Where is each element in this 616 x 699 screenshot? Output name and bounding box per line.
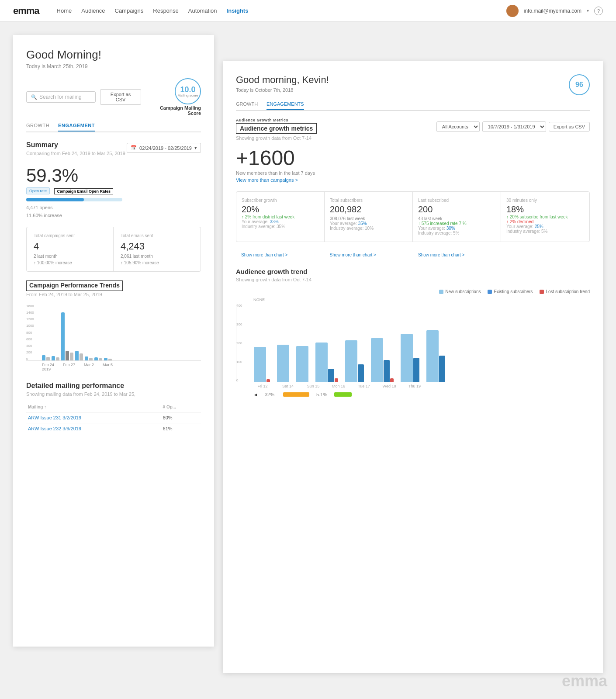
metric-cell-total: Total subscribers 200,982 308,076 last w… — [325, 192, 413, 242]
summary-sub: Comparing from Feb 24, 2019 to Mar 25, 2… — [26, 151, 125, 156]
x-label-2: Feb 27 — [63, 363, 75, 371]
date-filter[interactable]: 10/7/2019 - 1/31/2019 — [482, 121, 546, 132]
gb4-red — [335, 378, 338, 382]
bar-3-gray — [70, 353, 73, 360]
legend-existing: Existing subscribers — [488, 289, 533, 294]
mailing-score-badge: 10.0 Mailing score — [175, 78, 201, 104]
growth-y-100: 100 — [236, 360, 242, 364]
tab-engagement[interactable]: ENGAGEMENT — [58, 123, 95, 131]
bottom-col2: 5.1% — [316, 392, 327, 397]
audience-callout: Audience Growth Metrics — [236, 118, 317, 122]
export-csv-button[interactable]: Export as CSV — [100, 89, 141, 105]
help-button[interactable]: ? — [594, 7, 603, 15]
left-date: Today is March 25th, 2019 — [26, 63, 201, 69]
bar-group-4 — [75, 351, 83, 360]
progress-bar-container — [26, 198, 201, 201]
gb5-light — [345, 340, 357, 382]
metric-total-label: Total subscribers — [330, 198, 407, 203]
bar-2-gray — [56, 357, 59, 360]
chart-y-200: 200 — [26, 350, 34, 354]
big-num-link[interactable]: View more than campaigns > — [236, 177, 590, 183]
bar-6-gray — [99, 358, 102, 360]
nav-home[interactable]: Home — [57, 7, 72, 14]
progress-bar-fill — [26, 198, 84, 201]
legend-lost: Lost subscription trend — [540, 289, 590, 294]
perf-col-mailing[interactable]: Mailing ↑ — [26, 402, 161, 412]
perf-section: Detailed mailing performance Showing mai… — [26, 382, 201, 434]
perf-row-2-val: 61% — [161, 423, 201, 434]
growth-bar-2 — [277, 345, 289, 382]
perf-row-2-name[interactable]: ARW Issue 232 3/9/2019 — [26, 423, 161, 434]
metric-30min-label: 30 minutes only — [506, 198, 584, 203]
stat-cell-emails-sub2: ↑ 105.90% increase — [121, 260, 194, 265]
tab-growth[interactable]: GROWTH — [26, 123, 49, 131]
chart-y-1400: 1400 — [26, 311, 34, 315]
growth-bar-4 — [315, 343, 338, 382]
bar-7-gray — [108, 359, 112, 360]
growth-bottom-row: ◄ 32% 5.1% — [236, 392, 590, 397]
bar-2-blue — [52, 356, 55, 360]
bar-group-5 — [85, 356, 93, 360]
big-num: +1600 — [236, 148, 590, 169]
left-tabs: GROWTH ENGAGEMENT — [26, 123, 201, 132]
growth-bar-6 — [371, 338, 394, 382]
big-num-sub: New members than in the last 7 days — [236, 170, 590, 176]
growth-bar-3 — [296, 346, 308, 382]
growth-chart: 400 300 200 100 0 — [236, 304, 590, 382]
bar-group-7 — [104, 358, 112, 360]
growth-bar-5 — [345, 340, 364, 382]
big-stat: 59.3% — [26, 166, 201, 185]
perf-title: Detailed mailing performance — [26, 382, 201, 390]
date-range-picker[interactable]: 📅 02/24/2019 - 02/25/2019 ▾ — [127, 143, 201, 153]
gb7-light — [401, 334, 413, 382]
growth-x-1: Fri 12 — [253, 384, 272, 388]
gb1-light — [254, 347, 266, 382]
bar-3-blue — [61, 312, 65, 360]
nav-insights[interactable]: Insights — [227, 7, 249, 14]
metric-total-num: 200,982 — [330, 204, 407, 215]
stat-cell-emails: Total emails sent 4,243 2,061 last month… — [114, 227, 201, 271]
gb1-red — [266, 379, 270, 382]
search-box[interactable]: 🔍 Search for mailing — [26, 91, 96, 103]
stat-cell-emails-num: 4,243 — [121, 241, 194, 252]
gb3-light — [296, 346, 308, 382]
metric-link-2[interactable]: Show more than chart > — [325, 251, 413, 259]
perf-row-1-val: 60% — [161, 412, 201, 423]
right-export-btn[interactable]: Export as CSV — [549, 122, 590, 131]
nav-response[interactable]: Response — [153, 7, 179, 14]
accounts-filter[interactable]: All Accounts — [436, 121, 480, 132]
bar-group-3 — [61, 312, 73, 360]
nav-automation[interactable]: Automation — [188, 7, 217, 14]
metric-last-detail2: ↑ 575 increased rate 7 % — [418, 221, 495, 226]
x-label-1: Feb 242019 — [42, 363, 54, 371]
growth-y-top: 400 — [236, 304, 242, 308]
perf-row-1-name[interactable]: ARW Issue 231 3/2/2019 — [26, 412, 161, 423]
bar-group-1 — [42, 355, 50, 360]
search-icon: 🔍 — [31, 94, 37, 100]
nav-audience[interactable]: Audience — [81, 7, 105, 14]
bar-7-blue — [104, 358, 107, 360]
date-range-value: 02/24/2019 - 02/25/2019 — [139, 145, 192, 151]
bar-5-gray — [89, 358, 93, 360]
nav-links: Home Audience Campaigns Response Automat… — [57, 7, 249, 14]
bar-3-dark — [66, 351, 69, 360]
right-tab-engagements[interactable]: ENGAGEMENTS — [266, 101, 304, 110]
bar-5-blue — [85, 356, 88, 360]
metric-cell-growth: Subscriber growth 20% ↑ 2% from district… — [236, 192, 325, 242]
growth-x-labels: Fri 12 Sat 14 Sun 15 Mon 16 Tue 17 Wed 1… — [236, 384, 590, 388]
nav-campaigns[interactable]: Campaigns — [115, 7, 144, 14]
nav-user-email[interactable]: info.mail@myemma.com — [524, 8, 581, 14]
summary-title: Summary — [26, 141, 125, 149]
chart-y-1200: 1200 — [26, 317, 34, 321]
bar-group-2 — [52, 356, 59, 360]
right-tab-growth[interactable]: GROWTH — [236, 101, 258, 110]
bar-1-blue — [42, 355, 45, 360]
stat-cell-emails-sub1: 2,061 last month — [121, 254, 194, 259]
metric-link-1[interactable]: Show more than chart > — [236, 251, 325, 259]
metric-link-3[interactable]: Show more than chart > — [413, 251, 502, 259]
metric-last-avg: Your average: 30% — [418, 226, 495, 231]
mailing-score-label: Mailing score — [177, 93, 198, 97]
gb6-red — [390, 378, 394, 382]
avatar — [506, 5, 519, 17]
growth-x-5: Tue 17 — [355, 384, 373, 388]
